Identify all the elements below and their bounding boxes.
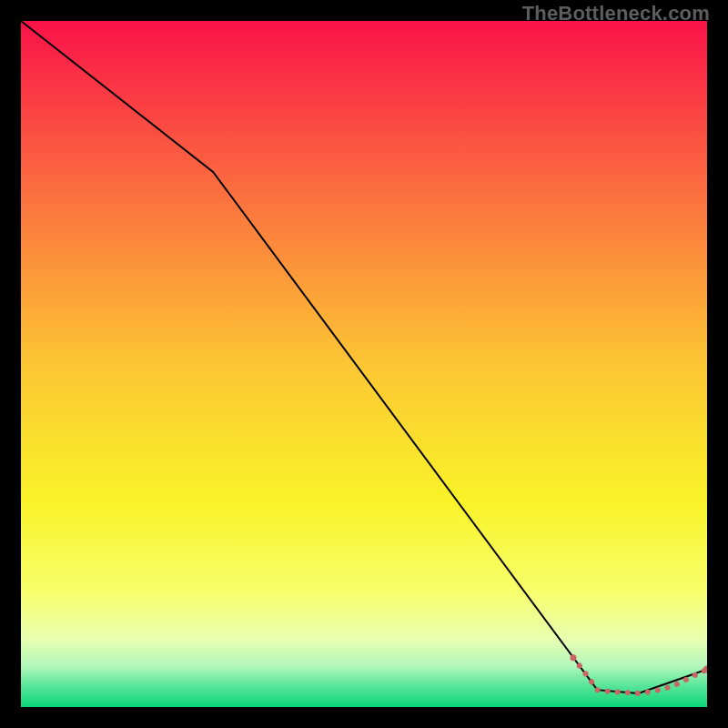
gradient-background <box>21 21 707 707</box>
watermark-text: TheBottleneck.com <box>522 2 710 25</box>
series-dotted-highlight-startpoint <box>570 654 576 661</box>
chart-frame: TheBottleneck.com <box>0 0 728 728</box>
plot-area <box>21 21 707 707</box>
chart-canvas <box>21 21 707 707</box>
